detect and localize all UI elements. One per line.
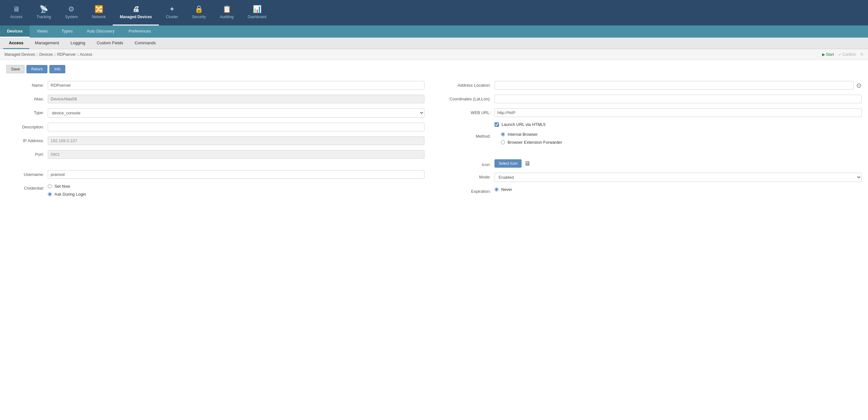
credential-options: Set Now Ask During Login xyxy=(48,184,86,200)
sub-navigation-1: Devices Views Types Auto Discovery Prefe… xyxy=(0,26,868,37)
expiration-never-row: Never xyxy=(495,187,512,192)
icon-section: Select Icon 🖥 xyxy=(495,159,530,168)
refresh-action[interactable]: ↻ xyxy=(860,52,864,57)
credential-label: Credential: xyxy=(6,184,48,191)
expiration-never-radio[interactable] xyxy=(495,187,499,192)
device-icon: 🖥 xyxy=(524,160,530,167)
credential-set-now-radio[interactable] xyxy=(48,184,52,188)
port-row: Port: xyxy=(6,150,425,159)
method-internal-browser-label: Internal Browser xyxy=(507,132,538,137)
launch-url-checkbox-row: Launch URL via HTML5 xyxy=(495,122,546,127)
subnav1-types[interactable]: Types xyxy=(55,26,80,37)
sub-navigation-2: Access Management Logging Custom Fields … xyxy=(0,37,868,49)
start-icon: ▶ xyxy=(822,52,825,57)
subnav2-logging[interactable]: Logging xyxy=(65,37,91,49)
subnav1-auto-discovery[interactable]: Auto Discovery xyxy=(80,26,121,37)
address-location-row: Address Location: ⊙ xyxy=(443,81,862,89)
nav-managed-devices[interactable]: 🖨 Managed Devices xyxy=(113,0,159,26)
cluster-icon: ✦ xyxy=(169,6,175,13)
alias-input[interactable] xyxy=(48,95,425,103)
subnav1-devices[interactable]: Devices xyxy=(0,26,30,37)
coordinates-input[interactable] xyxy=(495,95,862,103)
security-icon: 🔒 xyxy=(194,6,203,13)
button-row: Save Return Info xyxy=(6,65,862,73)
launch-url-label: Launch URL via HTML5 xyxy=(501,122,546,127)
main-content: Save Return Info Name: Alias: Type: devi… xyxy=(0,60,868,420)
name-label: Name: xyxy=(6,81,48,88)
ip-address-row: IP Address: xyxy=(6,136,425,145)
nav-access[interactable]: 🖥 Access xyxy=(3,0,30,26)
subnav1-views[interactable]: Views xyxy=(30,26,55,37)
dashboard-icon: 📊 xyxy=(253,6,261,13)
method-extension-forwarder-radio[interactable] xyxy=(501,140,505,144)
method-options: Internal Browser Browser Extension Forwa… xyxy=(495,132,562,148)
username-row: Username: xyxy=(6,170,425,179)
breadcrumb: Managed Devices :: Devices :: RDPserver … xyxy=(4,52,92,57)
ip-address-label: IP Address: xyxy=(6,136,48,143)
confirm-action: ✓ Confirm xyxy=(838,52,856,57)
launch-url-row: Launch URL via HTML5 xyxy=(443,122,862,127)
method-internal-browser-radio[interactable] xyxy=(501,132,505,136)
method-extension-forwarder-row: Browser Extension Forwarder xyxy=(501,140,562,145)
form-right: Address Location: ⊙ Coordinates (Lat,Lon… xyxy=(443,81,862,205)
return-button[interactable]: Return xyxy=(26,65,48,73)
subnav2-management[interactable]: Management xyxy=(29,37,65,49)
subnav2-commands[interactable]: Commands xyxy=(129,37,161,49)
method-row: Method: Internal Browser Browser Extensi… xyxy=(443,132,862,148)
alias-label: Alias: xyxy=(6,95,48,101)
icon-row: Icon: Select Icon 🖥 xyxy=(443,159,862,168)
credential-ask-login-label: Ask During Login xyxy=(55,192,86,197)
username-label: Username: xyxy=(6,170,48,177)
form-grid: Name: Alias: Type: device_console device… xyxy=(6,81,862,205)
username-input[interactable] xyxy=(48,170,425,179)
start-action[interactable]: ▶ Start xyxy=(822,52,834,57)
compass-icon[interactable]: ⊙ xyxy=(856,82,862,89)
breadcrumb-bar: Managed Devices :: Devices :: RDPserver … xyxy=(0,49,868,60)
coordinates-label: Coordinates (Lat,Lon): xyxy=(443,95,495,101)
top-navigation: 🖥 Access 📡 Tracking ⚙ System 🔀 Network 🖨… xyxy=(0,0,868,26)
breadcrumb-actions: ▶ Start ✓ Confirm ↻ xyxy=(822,52,864,57)
mode-row: Mode: Enabled Disabled xyxy=(443,173,862,182)
launch-url-spacer xyxy=(443,122,495,124)
mode-label: Mode: xyxy=(443,173,495,179)
nav-network[interactable]: 🔀 Network xyxy=(85,0,113,26)
managed-devices-icon: 🖨 xyxy=(132,6,140,13)
nav-security[interactable]: 🔒 Security xyxy=(185,0,213,26)
subnav2-access[interactable]: Access xyxy=(3,37,29,49)
subnav2-custom-fields[interactable]: Custom Fields xyxy=(91,37,129,49)
nav-auditing[interactable]: 📋 Auditing xyxy=(213,0,240,26)
type-select[interactable]: device_console device server xyxy=(48,108,425,118)
icon-label: Icon: xyxy=(443,160,495,167)
address-location-input[interactable] xyxy=(495,81,854,89)
nav-system[interactable]: ⚙ System xyxy=(58,0,85,26)
method-extension-forwarder-label: Browser Extension Forwarder xyxy=(507,140,562,145)
method-internal-browser-row: Internal Browser xyxy=(501,132,562,137)
credential-row: Credential: Set Now Ask During Login xyxy=(6,184,425,200)
port-label: Port: xyxy=(6,150,48,157)
credential-set-now-row: Set Now xyxy=(48,184,86,189)
system-icon: ⚙ xyxy=(68,6,74,13)
credential-ask-login-radio[interactable] xyxy=(48,192,52,196)
nav-cluster[interactable]: ✦ Cluster xyxy=(159,0,185,26)
expiration-options: Never xyxy=(495,187,512,195)
alias-row: Alias: xyxy=(6,95,425,103)
nav-tracking[interactable]: 📡 Tracking xyxy=(30,0,58,26)
web-url-input[interactable] xyxy=(495,108,862,117)
mode-select[interactable]: Enabled Disabled xyxy=(495,173,862,182)
form-left: Name: Alias: Type: device_console device… xyxy=(6,81,425,205)
port-input[interactable] xyxy=(48,150,425,159)
auditing-icon: 📋 xyxy=(223,6,231,13)
credential-set-now-label: Set Now xyxy=(55,184,70,189)
ip-address-input[interactable] xyxy=(48,136,425,145)
info-button[interactable]: Info xyxy=(49,65,65,73)
launch-url-checkbox[interactable] xyxy=(495,122,499,127)
select-icon-button[interactable]: Select Icon xyxy=(495,159,522,168)
coordinates-row: Coordinates (Lat,Lon): xyxy=(443,95,862,103)
name-row: Name: xyxy=(6,81,425,89)
save-button[interactable]: Save xyxy=(6,65,25,73)
description-input[interactable] xyxy=(48,123,425,131)
expiration-never-label: Never xyxy=(501,187,512,192)
subnav1-preferences[interactable]: Preferences xyxy=(122,26,158,37)
nav-dashboard[interactable]: 📊 Dashboard xyxy=(241,0,274,26)
name-input[interactable] xyxy=(48,81,425,89)
